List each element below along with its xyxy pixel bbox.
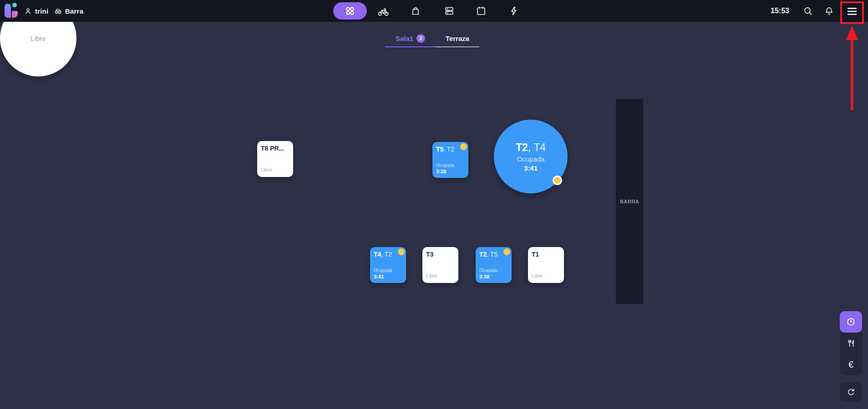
table-t1[interactable]: T1 Libre — [528, 247, 564, 283]
menu-button[interactable] — [847, 6, 858, 17]
table-label: T3 — [426, 251, 455, 258]
clock-icon — [846, 317, 856, 327]
table-label-secondary: , T4 — [528, 141, 546, 153]
table-timer: 3:41 — [524, 164, 538, 172]
refresh-button[interactable] — [840, 383, 862, 402]
view-dining-button[interactable] — [840, 333, 862, 354]
tab-label: Sala1 — [396, 35, 413, 42]
table-status: Libre — [30, 35, 46, 42]
current-user[interactable]: trini — [24, 0, 48, 22]
table-label: T8 PR... — [261, 145, 289, 152]
table-label: T2 — [479, 251, 487, 258]
table-t2-t4[interactable]: T2, T4 Ocupada 3:41 — [494, 120, 568, 193]
table-status: Ocupada — [436, 163, 455, 168]
table-timer: 3:38 — [436, 169, 446, 174]
bar-zone-label: BARRA — [620, 199, 639, 204]
table-status: Ocupada — [517, 155, 545, 163]
tab-label: Terraza — [446, 35, 469, 42]
table-timer: 3:41 — [374, 274, 384, 279]
table-t4-t2[interactable]: T4, T2 Ocupada 3:41 — [370, 247, 406, 283]
view-time-button[interactable] — [840, 311, 862, 333]
table-t3[interactable]: T3 Libre — [422, 247, 458, 283]
search-button[interactable] — [803, 6, 814, 17]
user-label: trini — [35, 7, 48, 15]
table-label-secondary: , T2 — [443, 146, 454, 153]
station-label: Barra — [65, 7, 83, 15]
nav-orders[interactable] — [444, 5, 455, 16]
table-t5-t2[interactable]: T5, T2 Ocupada 3:38 — [432, 142, 468, 178]
table-label: T2 — [516, 141, 528, 153]
table-label-secondary: , T5 — [487, 251, 497, 258]
nav-takeaway[interactable] — [410, 5, 421, 16]
view-payments-button[interactable]: € — [840, 354, 862, 375]
search-icon — [803, 6, 814, 16]
alert-dot-icon — [553, 176, 562, 185]
hamburger-icon — [847, 6, 858, 16]
notifications-button[interactable] — [824, 6, 835, 17]
table-t8[interactable]: T8 PR... Libre — [257, 141, 293, 177]
table-status: Libre — [426, 273, 437, 278]
nav-tables-grid[interactable] — [333, 2, 367, 20]
table-status: Ocupada — [374, 268, 392, 273]
top-navbar: trini Barra — [0, 0, 868, 22]
table-status: Libre — [532, 273, 543, 278]
tab-sala1[interactable]: Sala1 2 — [385, 30, 436, 47]
nav-reservations[interactable] — [476, 5, 487, 16]
annotation-arrow — [838, 23, 867, 111]
table-label: T4 — [374, 251, 381, 258]
table-label: T5 — [436, 146, 443, 153]
bicycle-icon — [377, 5, 388, 17]
tab-terraza[interactable]: Terraza — [436, 30, 479, 47]
alert-dot-icon — [503, 248, 510, 255]
table-label-secondary: , T2 — [381, 251, 392, 258]
user-icon — [24, 7, 32, 15]
current-station[interactable]: Barra — [54, 0, 83, 22]
refresh-icon — [846, 387, 856, 398]
shopping-bag-icon — [410, 5, 421, 16]
app-logo-icon — [5, 3, 19, 19]
bell-icon — [824, 6, 835, 16]
tab-count-badge: 2 — [416, 34, 425, 43]
euro-icon: € — [848, 359, 853, 370]
table-status: Ocupada — [479, 268, 498, 273]
nav-quick-actions[interactable] — [508, 5, 519, 16]
room-tabs: Sala1 2 Terraza — [385, 30, 479, 47]
alert-dot-icon — [398, 248, 405, 255]
grid-icon — [344, 5, 356, 17]
cutlery-icon — [846, 338, 856, 348]
nav-delivery[interactable] — [377, 5, 388, 16]
rows-icon — [444, 5, 455, 16]
alert-dot-icon — [460, 143, 467, 150]
view-mode-toolbar: € — [840, 311, 862, 375]
table-status: Libre — [261, 167, 272, 172]
table-label: T1 — [532, 251, 560, 258]
register-icon — [54, 7, 62, 15]
bar-zone[interactable]: BARRA — [616, 99, 643, 304]
clock-time: 15:53 — [771, 0, 789, 22]
table-t2-t5[interactable]: T2, T5 Ocupada 3:38 — [476, 247, 512, 283]
calendar-icon — [476, 5, 487, 16]
table-timer: 3:38 — [479, 274, 489, 279]
lightning-icon — [508, 5, 519, 16]
